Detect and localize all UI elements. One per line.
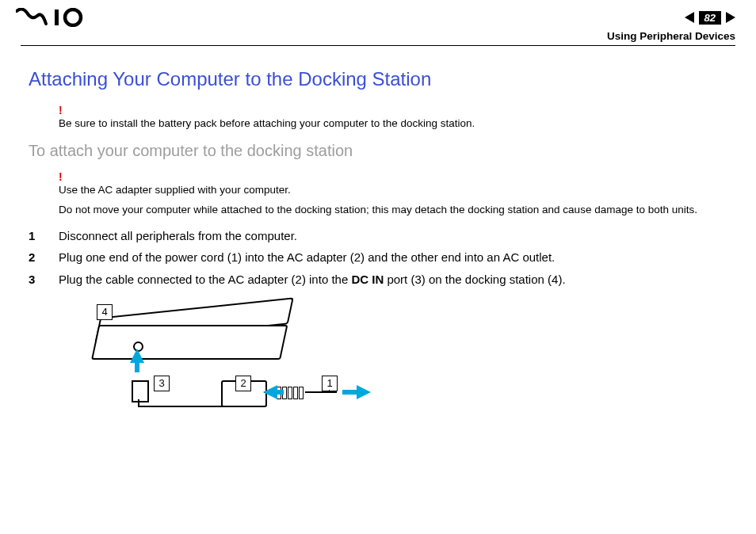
caution-icon: ! <box>59 171 727 182</box>
step-2: Plug one end of the power cord (1) into … <box>29 248 727 266</box>
step-3: Plug the cable connected to the AC adapt… <box>29 270 727 288</box>
section-label: Using Peripheral Devices <box>0 30 756 44</box>
callout-2: 2 <box>235 376 251 391</box>
step-3-prefix: Plug the cable connected to the AC adapt… <box>59 273 351 286</box>
caution-adapter-line2: Do not move your computer while attached… <box>59 204 727 216</box>
prev-page-arrow[interactable] <box>685 12 694 23</box>
procedure-heading: To attach your computer to the docking s… <box>29 142 727 160</box>
svg-rect-0 <box>55 10 59 25</box>
page-number-badge: 82 <box>699 11 721 25</box>
callout-3: 3 <box>154 376 170 391</box>
page-title: Attaching Your Computer to the Docking S… <box>29 68 727 90</box>
vaio-logo <box>16 8 103 27</box>
caution-adapter: ! Use the AC adapter supplied with your … <box>59 171 727 216</box>
caution-icon: ! <box>59 105 727 116</box>
step-1: Disconnect all peripherals from the comp… <box>29 227 727 245</box>
step-3-bold: DC IN <box>351 273 384 286</box>
callout-4: 4 <box>97 304 113 320</box>
svg-point-1 <box>65 10 81 25</box>
next-page-arrow[interactable] <box>726 12 735 23</box>
caution-install-battery: ! Be sure to install the battery pack be… <box>59 105 727 129</box>
docking-illustration: 4 3 2 1 <box>68 299 393 434</box>
caution-adapter-line1: Use the AC adapter supplied with your co… <box>59 184 727 196</box>
callout-1: 1 <box>322 376 338 391</box>
caution-text: Be sure to install the battery pack befo… <box>59 117 475 129</box>
step-3-suffix: port (3) on the docking station (4). <box>384 273 565 286</box>
steps-list: Disconnect all peripherals from the comp… <box>29 227 727 288</box>
